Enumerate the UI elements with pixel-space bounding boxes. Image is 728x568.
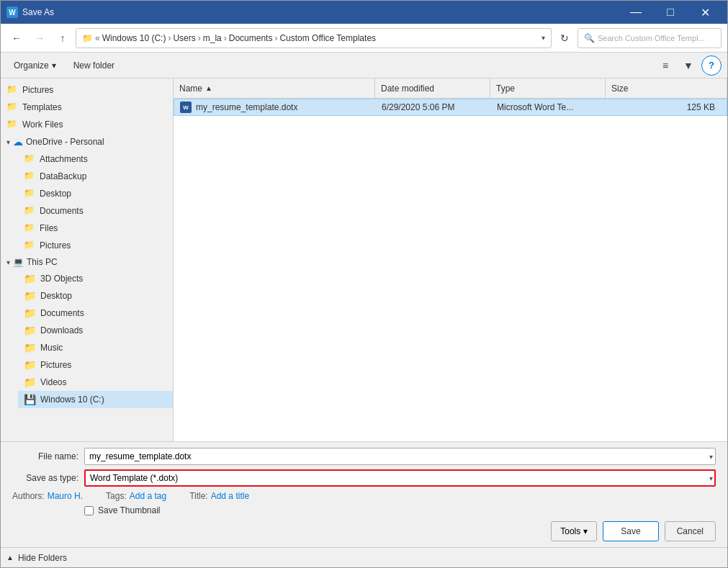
- sidebar-item-documents-od[interactable]: 📁 Documents: [18, 202, 173, 220]
- view-dropdown-button[interactable]: ▼: [678, 55, 698, 76]
- organize-button[interactable]: Organize ▾: [6, 55, 63, 76]
- folder-icon: 📁: [24, 359, 36, 371]
- title-bar: W Save As — □ ✕: [1, 1, 727, 24]
- sidebar-label: Templates: [22, 102, 62, 112]
- sidebar-item-windows-c[interactable]: 💾 Windows 10 (C:): [18, 391, 173, 408]
- button-row: Tools ▾ Save Cancel: [12, 521, 716, 541]
- sidebar-item-pictures-top[interactable]: 📁 Pictures: [1, 81, 173, 99]
- sidebar-label: Desktop: [40, 291, 72, 301]
- close-button[interactable]: ✕: [688, 1, 722, 24]
- address-path[interactable]: 📁 « Windows 10 (C:) › Users › m_la › Doc…: [76, 28, 552, 48]
- tags-value[interactable]: Add a tag: [130, 491, 166, 501]
- col-header-date[interactable]: Date modified: [375, 78, 490, 99]
- folder-icon: 📁: [24, 325, 36, 336]
- toolbar-right: ≡ ▼ ?: [655, 55, 722, 76]
- title-value[interactable]: Add a title: [211, 491, 249, 501]
- search-box[interactable]: 🔍 Search Custom Office Templ...: [578, 28, 722, 48]
- filename-input[interactable]: [84, 448, 716, 465]
- sidebar-item-pictures-pc[interactable]: 📁 Pictures: [18, 356, 173, 374]
- filename-wrapper: ▾: [84, 448, 716, 465]
- folder-icon: 📁: [24, 273, 36, 284]
- onedrive-items: 📁 Attachments 📁 DataBackup 📁 Desktop 📁 D…: [1, 150, 173, 254]
- refresh-button[interactable]: ↻: [554, 28, 575, 48]
- minimize-button[interactable]: —: [619, 1, 652, 24]
- expand-icon: ▾: [6, 258, 10, 266]
- sidebar-label: 3D Objects: [40, 274, 83, 284]
- saveastype-select[interactable]: Word Template (*.dotx): [84, 469, 716, 487]
- folder-icon: 📁: [24, 188, 35, 199]
- authors-value[interactable]: Mauro H.: [48, 491, 83, 501]
- sort-arrow: ▲: [205, 84, 212, 92]
- view-options-button[interactable]: ≡: [655, 55, 675, 76]
- sidebar-item-pictures-od[interactable]: 📁 Pictures: [18, 237, 173, 254]
- maximize-button[interactable]: □: [654, 1, 687, 24]
- sidebar-item-downloads[interactable]: 📁 Downloads: [18, 322, 173, 339]
- sidebar-item-desktop-od[interactable]: 📁 Desktop: [18, 185, 173, 202]
- sidebar-item-videos[interactable]: 📁 Videos: [18, 374, 173, 391]
- main-content: 📁 Pictures 📁 Templates 📁 Work Files ▾ ☁ …: [1, 78, 727, 441]
- search-placeholder: Search Custom Office Templ...: [598, 34, 705, 42]
- sidebar-item-templates[interactable]: 📁 Templates: [1, 99, 173, 116]
- sidebar-label: Pictures: [40, 360, 71, 370]
- help-button[interactable]: ?: [701, 55, 722, 76]
- title-label: Title:: [189, 491, 208, 501]
- folder-icon: 📁: [24, 377, 36, 388]
- hide-folders-icon: ▲: [6, 554, 14, 562]
- expand-icon: ▾: [6, 138, 10, 146]
- table-row[interactable]: W my_resume_template.dotx 6/29/2020 5:06…: [174, 99, 727, 116]
- file-type-cell: Microsoft Word Te...: [491, 102, 606, 112]
- sidebar-label: Windows 10 (C:): [40, 395, 104, 405]
- cancel-button[interactable]: Cancel: [665, 521, 716, 541]
- folder-icon: 📁: [24, 222, 35, 234]
- forward-button[interactable]: →: [30, 28, 50, 48]
- col-name-label: Name: [179, 84, 202, 94]
- path-windows: Windows 10 (C:): [102, 33, 166, 43]
- col-header-size[interactable]: Size: [606, 78, 727, 99]
- word-icon: W: [180, 102, 192, 113]
- sidebar-item-3dobjects[interactable]: 📁 3D Objects: [18, 270, 173, 287]
- folder-icon: 📁: [6, 84, 18, 96]
- folder-icon: 📁: [6, 119, 18, 130]
- col-header-type[interactable]: Type: [490, 78, 606, 99]
- onedrive-icon: ☁: [13, 136, 23, 148]
- sidebar-item-workfiles[interactable]: 📁 Work Files: [1, 116, 173, 133]
- tools-button[interactable]: Tools ▾: [551, 521, 597, 541]
- col-type-label: Type: [496, 84, 515, 94]
- sidebar-item-music[interactable]: 📁 Music: [18, 339, 173, 356]
- onedrive-section[interactable]: ▾ ☁ OneDrive - Personal: [1, 133, 173, 150]
- col-header-name[interactable]: Name ▲: [174, 78, 375, 99]
- path-folder-icon: 📁: [82, 33, 93, 43]
- organize-dropdown-icon: ▾: [52, 60, 56, 71]
- file-list-container: Name ▲ Date modified Type Size W my_res: [174, 78, 727, 441]
- saveastype-label: Save as type:: [12, 473, 84, 483]
- thispc-section[interactable]: ▾ 💻 This PC: [1, 254, 173, 270]
- folder-icon: 📁: [24, 205, 35, 217]
- dialog-title: Save As: [22, 7, 619, 17]
- onedrive-label: OneDrive - Personal: [26, 137, 104, 147]
- meta-row: Authors: Mauro H. Tags: Add a tag Title:…: [12, 491, 716, 501]
- path-user: m_la: [203, 33, 222, 43]
- col-date-label: Date modified: [381, 84, 434, 94]
- tags-label: Tags:: [106, 491, 127, 501]
- sidebar-item-documents-pc[interactable]: 📁 Documents: [18, 305, 173, 322]
- save-button[interactable]: Save: [603, 521, 658, 541]
- sidebar-item-files[interactable]: 📁 Files: [18, 220, 173, 237]
- save-thumbnail-checkbox[interactable]: [84, 506, 94, 515]
- new-folder-button[interactable]: New folder: [66, 55, 122, 76]
- sidebar-item-attachments[interactable]: 📁 Attachments: [18, 150, 173, 168]
- path-dropdown-arrow: ▾: [541, 34, 545, 42]
- sidebar-item-desktop-pc[interactable]: 📁 Desktop: [18, 287, 173, 305]
- col-size-label: Size: [611, 84, 628, 94]
- filename-row: File name: ▾: [12, 448, 716, 465]
- thispc-icon: 💻: [13, 257, 24, 267]
- sidebar-label: Downloads: [40, 325, 83, 335]
- hide-folders-bar[interactable]: ▲ Hide Folders: [1, 547, 727, 567]
- sidebar-label: Files: [40, 223, 58, 233]
- sidebar-item-databackup[interactable]: 📁 DataBackup: [18, 168, 173, 185]
- file-name: my_resume_template.dotx: [196, 102, 297, 112]
- up-button[interactable]: ↑: [53, 28, 73, 48]
- path-documents: Documents: [229, 33, 273, 43]
- back-button[interactable]: ←: [6, 28, 27, 48]
- sidebar-label: Work Files: [22, 120, 63, 130]
- saveastype-row: Save as type: Word Template (*.dotx) ▾: [12, 469, 716, 487]
